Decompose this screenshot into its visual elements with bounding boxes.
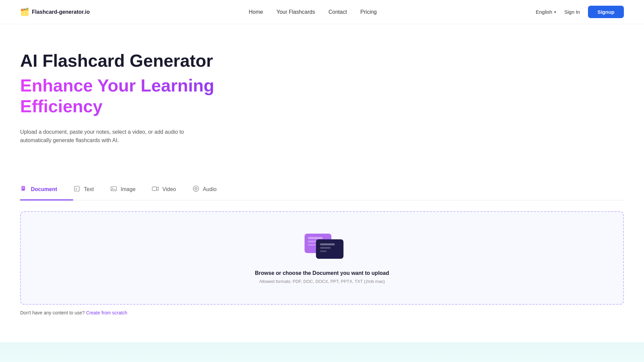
logo-icon: 🗂️ <box>20 8 29 16</box>
create-from-scratch-link[interactable]: Create from scratch <box>86 310 127 315</box>
nav-pricing[interactable]: Pricing <box>360 9 377 15</box>
nav-flashcards[interactable]: Your Flashcards <box>276 9 315 15</box>
language-label: English <box>536 9 552 15</box>
upload-area[interactable]: Browse or choose the Document you want t… <box>20 211 624 305</box>
image-icon <box>110 185 117 194</box>
bottom-section: Featured <box>0 342 644 362</box>
logo[interactable]: 🗂️ Flashcard-generator.io <box>20 8 90 16</box>
svg-rect-18 <box>320 247 331 249</box>
nav-right: English ▾ Sign In Signup <box>536 6 624 18</box>
svg-rect-2 <box>22 187 24 188</box>
upload-subtitle: Allowed formats: PDF, DOC, DOCX, PPT, PP… <box>259 279 385 284</box>
tab-audio-label: Audio <box>203 186 217 192</box>
sign-in-button[interactable]: Sign In <box>564 9 580 15</box>
svg-rect-16 <box>316 239 343 259</box>
navbar: 🗂️ Flashcard-generator.io Home Your Flas… <box>0 0 644 24</box>
svg-point-11 <box>195 188 196 189</box>
hero-description: Upload a document, paste your notes, sel… <box>20 128 201 145</box>
nav-home[interactable]: Home <box>249 9 263 15</box>
upload-title: Browse or choose the Document you want t… <box>255 270 389 276</box>
nav-links: Home Your Flashcards Contact Pricing <box>249 9 377 15</box>
tab-video-label: Video <box>162 186 176 192</box>
tab-video[interactable]: Video <box>152 181 192 200</box>
document-icon <box>20 185 28 194</box>
text-icon: T <box>73 185 80 194</box>
tab-audio[interactable]: Audio <box>192 181 233 200</box>
nav-contact[interactable]: Contact <box>328 9 347 15</box>
svg-rect-3 <box>22 188 23 189</box>
tab-image-label: Image <box>121 186 136 192</box>
video-icon <box>152 185 159 194</box>
tab-document[interactable]: Document <box>20 181 73 200</box>
svg-rect-15 <box>308 244 316 246</box>
svg-text:T: T <box>75 187 77 190</box>
hero-subtitle: Enhance Your Learning Efficiency <box>20 75 282 117</box>
tab-text-label: Text <box>84 186 94 192</box>
svg-rect-13 <box>308 237 323 239</box>
svg-point-7 <box>112 188 113 189</box>
audio-icon <box>192 185 200 194</box>
logo-text: Flashcard-generator.io <box>32 9 90 15</box>
svg-rect-19 <box>320 250 327 252</box>
tab-image[interactable]: Image <box>110 181 152 200</box>
tabs-container: Document T Text Image <box>20 181 624 200</box>
svg-rect-17 <box>320 243 335 245</box>
upload-section: Browse or choose the Document you want t… <box>20 211 624 315</box>
tab-text[interactable]: T Text <box>73 181 110 200</box>
hero-section: AI Flashcard Generator Enhance Your Lear… <box>0 24 302 181</box>
hero-title: AI Flashcard Generator <box>20 51 282 71</box>
tab-document-label: Document <box>31 186 57 192</box>
main-content: AI Flashcard Generator Enhance Your Lear… <box>0 24 644 362</box>
svg-rect-8 <box>152 187 157 190</box>
language-selector[interactable]: English ▾ <box>536 9 556 15</box>
upload-illustration <box>302 232 342 262</box>
scratch-text: Don't have any content to use? Create fr… <box>20 310 624 315</box>
chevron-down-icon: ▾ <box>554 10 556 14</box>
signup-button[interactable]: Signup <box>588 6 624 18</box>
